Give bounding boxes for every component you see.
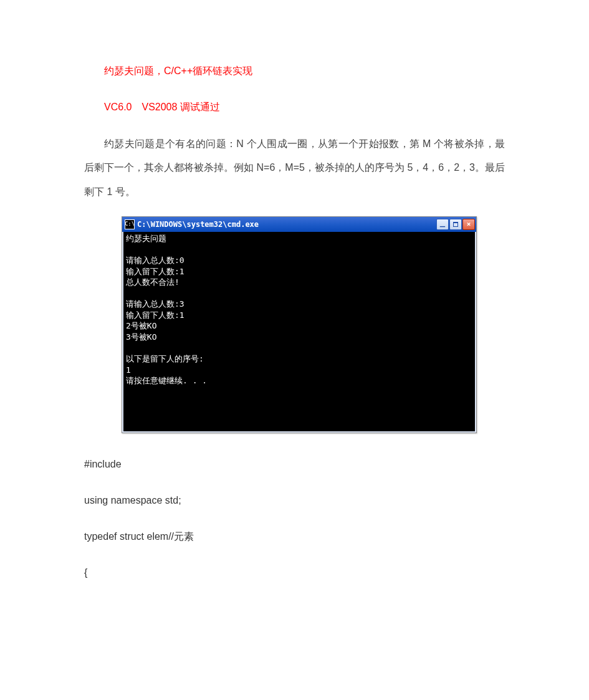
code-line-include: #include bbox=[84, 452, 505, 477]
code-line-brace: { bbox=[84, 560, 505, 585]
terminal-output: 约瑟夫问题 请输入总人数:0 输入留下人数:1 总人数不合法! 请输入总人数:3… bbox=[123, 232, 475, 431]
terminal-client-area: 约瑟夫问题 请输入总人数:0 输入留下人数:1 总人数不合法! 请输入总人数:3… bbox=[122, 232, 476, 433]
minimize-icon: _ bbox=[440, 212, 445, 233]
maximize-button[interactable] bbox=[449, 219, 462, 230]
close-icon: × bbox=[467, 216, 471, 233]
maximize-icon bbox=[453, 222, 458, 227]
heading-1: 约瑟夫问题，C/C++循环链表实现 bbox=[84, 59, 505, 83]
heading-2: VC6.0 VS2008 调试通过 bbox=[84, 95, 505, 119]
description-paragraph: 约瑟夫问题是个有名的问题：N 个人围成一圈，从第一个开始报数，第 M 个将被杀掉… bbox=[84, 132, 505, 204]
cmd-icon: C:\ bbox=[125, 219, 135, 229]
window-title: C:\WINDOWS\system32\cmd.exe bbox=[137, 217, 436, 232]
code-line-typedef: typedef struct elem//元素 bbox=[84, 524, 505, 549]
terminal-window: C:\ C:\WINDOWS\system32\cmd.exe _ × 约瑟夫问… bbox=[122, 216, 477, 433]
code-line-using: using namespace std; bbox=[84, 488, 505, 513]
window-titlebar: C:\ C:\WINDOWS\system32\cmd.exe _ × bbox=[122, 217, 476, 232]
minimize-button[interactable]: _ bbox=[436, 219, 449, 230]
close-button[interactable]: × bbox=[462, 219, 475, 230]
window-buttons: _ × bbox=[436, 219, 475, 230]
